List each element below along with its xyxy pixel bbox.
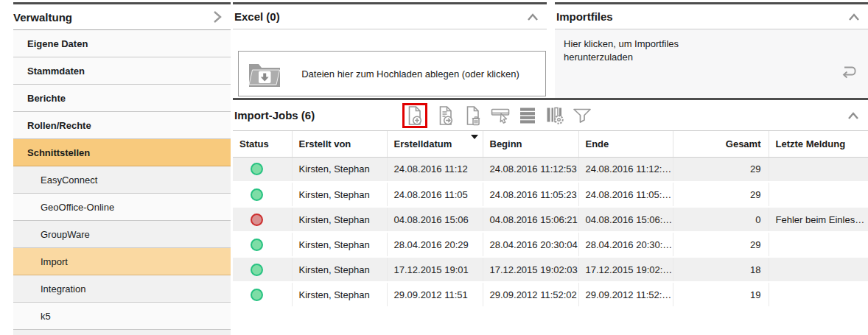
cell-letzte-meldung	[769, 257, 868, 282]
filter-button[interactable]	[572, 105, 592, 126]
sidebar-item-label: Integration	[41, 283, 85, 295]
cell-erstellt-von: Kirsten, Stephan	[292, 157, 387, 182]
table-header-row: StatusErstellt vonErstelldatumBeginnEnde…	[233, 131, 868, 157]
cell-erstelldatum: 28.04.2016 20:29	[387, 232, 483, 257]
sidebar-item-import[interactable]: Import	[13, 248, 231, 275]
cell-erstellt-von: Kirsten, Stephan	[292, 182, 387, 207]
sidebar-nav: Eigene DatenStammdatenBerichteRollen/Rec…	[13, 30, 231, 335]
file-dropzone[interactable]: Dateien hier zum Hochladen ablegen (oder…	[238, 51, 546, 96]
sidebar-item-groupware[interactable]: GroupWare	[13, 221, 231, 248]
cell-ende: 04.08.2016 15:06:21	[578, 207, 673, 232]
column-header-status[interactable]: Status	[233, 131, 292, 157]
sidebar-item-label: Schnittstellen	[27, 147, 90, 158]
sidebar-item-eigene-daten[interactable]: Eigene Daten	[13, 30, 231, 57]
cell-ende: 28.04.2016 20:30:04	[578, 232, 673, 257]
sidebar-item-label: Import	[41, 256, 68, 267]
sidebar-item-geooffice-online[interactable]: GeoOffice-Online	[13, 194, 231, 221]
column-settings-button[interactable]	[545, 105, 565, 126]
cell-gesamt: 19	[673, 282, 769, 307]
column-header-ende[interactable]: Ende	[578, 131, 673, 157]
table-row[interactable]: Kirsten, Stephan29.09.2012 11:5129.09.20…	[233, 282, 868, 307]
sidebar-title: Verwaltung	[13, 11, 72, 24]
cell-erstelldatum: 24.08.2016 11:12	[387, 157, 483, 182]
sidebar-item-partial[interactable]	[13, 330, 231, 335]
sidebar-item-label: Eigene Daten	[27, 38, 88, 49]
sort-desc-icon[interactable]	[471, 135, 478, 139]
chevron-right-icon[interactable]	[210, 9, 225, 25]
excel-panel: Excel (0)	[233, 2, 547, 98]
sidebar-item-label: Rollen/Rechte	[27, 120, 91, 131]
cell-erstellt-von: Kirsten, Stephan	[292, 232, 387, 257]
column-header-gesamt[interactable]: Gesamt	[673, 131, 769, 157]
chevron-up-icon	[846, 110, 861, 121]
cell-erstellt-von: Kirsten, Stephan	[292, 207, 387, 232]
column-header-label: Beginn	[490, 138, 522, 149]
import-jobs-panel: Import-Jobs (6)	[233, 98, 868, 335]
excel-panel-title: Excel (0)	[234, 10, 280, 23]
status-dot-green	[251, 239, 263, 251]
app-window: Verwaltung Eigene DatenStammdatenBericht…	[0, 0, 868, 335]
rows-icon	[519, 106, 536, 125]
sidebar-item-rollen-rechte[interactable]: Rollen/Rechte	[13, 112, 231, 139]
importfiles-panel: Importfiles Hier klicken, um Importfiles…	[555, 2, 868, 98]
cell-erstellt-von: Kirsten, Stephan	[292, 257, 387, 282]
table-row[interactable]: Kirsten, Stephan17.12.2015 19:0117.12.20…	[233, 257, 868, 282]
sidebar: Verwaltung Eigene DatenStammdatenBericht…	[0, 0, 233, 335]
sidebar-item-label: k5	[41, 311, 51, 322]
importfiles-download-area[interactable]: Hier klicken, um Importfiles herunterzul…	[555, 29, 868, 98]
add-job-button[interactable]	[405, 105, 425, 126]
column-header-beginn[interactable]: Beginn	[483, 131, 578, 157]
status-dot-green	[251, 188, 263, 201]
row-display-button[interactable]	[517, 105, 538, 126]
columns-gear-icon	[545, 106, 564, 125]
cell-status	[233, 182, 292, 207]
chevron-up-icon	[847, 11, 861, 23]
highlight-box	[402, 103, 427, 128]
cell-erstelldatum: 24.08.2016 11:05	[387, 182, 483, 207]
column-header-erstelldatum[interactable]: Erstelldatum	[387, 131, 483, 157]
main-area: Excel (0)	[233, 0, 868, 335]
jobs-toolbar	[402, 103, 592, 128]
import-jobs-title: Import-Jobs (6)	[233, 109, 402, 121]
sidebar-item-berichte[interactable]: Berichte	[13, 85, 231, 112]
cell-status	[233, 282, 292, 307]
select-row-button[interactable]	[490, 105, 511, 126]
table-row[interactable]: Kirsten, Stephan28.04.2016 20:2928.04.20…	[233, 232, 868, 257]
cell-ende: 24.08.2016 11:05:23	[578, 182, 673, 207]
cell-letzte-meldung	[769, 157, 868, 182]
column-header-label: Erstellt von	[299, 138, 351, 149]
column-header-erstellt-von[interactable]: Erstellt von	[292, 131, 387, 157]
importfiles-collapse-button[interactable]	[847, 11, 861, 23]
sidebar-item-schnittstellen[interactable]: Schnittstellen	[13, 139, 231, 166]
sidebar-item-k5[interactable]: k5	[13, 303, 231, 330]
table-row[interactable]: Kirsten, Stephan24.08.2016 11:1224.08.20…	[233, 157, 868, 182]
table-row[interactable]: Kirsten, Stephan24.08.2016 11:0524.08.20…	[233, 182, 868, 207]
delete-job-button[interactable]	[463, 105, 483, 126]
cell-gesamt: 29	[673, 232, 769, 257]
sidebar-item-label: GroupWare	[41, 229, 90, 240]
cell-ende: 29.09.2012 11:52:02	[578, 282, 673, 307]
cell-letzte-meldung: Fehler beim Einlese...	[769, 207, 868, 232]
dropzone-label: Dateien hier zum Hochladen ablegen (oder…	[281, 68, 545, 80]
sidebar-item-label: EasyConnect	[41, 174, 97, 186]
top-panels: Excel (0)	[233, 2, 868, 98]
cell-erstelldatum: 04.08.2016 15:06	[387, 207, 483, 232]
column-header-label: Gesamt	[726, 138, 761, 149]
status-dot-red	[251, 214, 263, 226]
table-row[interactable]: Kirsten, Stephan04.08.2016 15:0604.08.20…	[233, 207, 868, 232]
sidebar-header[interactable]: Verwaltung	[13, 2, 231, 30]
sidebar-item-easyconnect[interactable]: EasyConnect	[13, 166, 231, 194]
cell-letzte-meldung	[769, 232, 868, 257]
excel-panel-body: Dateien hier zum Hochladen ablegen (oder…	[233, 29, 547, 98]
cell-gesamt: 0	[673, 207, 769, 232]
column-header-letzte-meldung[interactable]: Letzte Meldung	[769, 131, 868, 157]
execute-job-button[interactable]	[435, 105, 456, 126]
column-header-label: Ende	[586, 138, 609, 149]
sidebar-item-stammdaten[interactable]: Stammdaten	[13, 57, 231, 85]
excel-collapse-button[interactable]	[525, 11, 540, 23]
jobs-collapse-button[interactable]	[846, 110, 861, 121]
cell-beginn: 28.04.2016 20:30:04	[483, 232, 578, 257]
import-jobs-header: Import-Jobs (6)	[233, 100, 868, 131]
status-dot-green	[251, 289, 263, 301]
sidebar-item-integration[interactable]: Integration	[13, 275, 231, 303]
